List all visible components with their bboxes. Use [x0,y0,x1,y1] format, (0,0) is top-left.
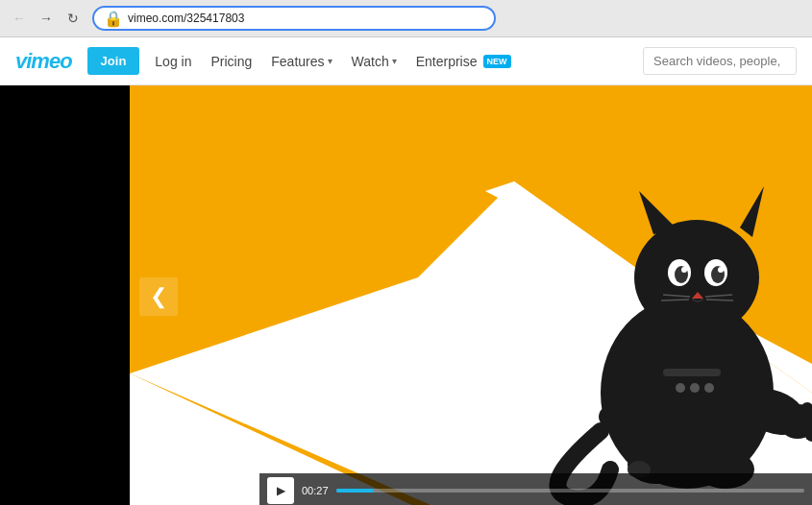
nav-enterprise[interactable]: Enterprise NEW [408,48,519,75]
back-button[interactable]: ← [8,7,31,30]
search-input[interactable] [643,47,797,75]
nav-buttons: ← → ↻ [8,7,85,30]
video-container: ❮ ▶ 00:27 [0,85,812,505]
browser-chrome: ← → ↻ 🔒 vimeo.com/325417803 [0,0,812,37]
vimeo-navbar: vimeo Join Log in Pricing Features ▾ Wat… [0,37,812,85]
vimeo-logo[interactable]: vimeo [15,49,72,74]
nav-pricing[interactable]: Pricing [203,48,259,75]
video-illustration [130,85,812,505]
enterprise-badge: NEW [483,55,511,68]
watch-chevron: ▾ [392,56,397,66]
svg-line-16 [661,300,689,301]
features-chevron: ▾ [328,56,332,66]
svg-rect-29 [663,369,721,376]
forward-button[interactable]: → [35,7,58,30]
time-display: 00:27 [302,485,329,496]
video-controls-bar: ▶ 00:27 [259,473,812,505]
svg-point-32 [704,383,714,393]
progress-bar[interactable] [336,489,804,493]
progress-bar-fill [336,489,374,493]
svg-point-5 [634,220,759,335]
join-button[interactable]: Join [87,47,140,75]
play-button[interactable]: ▶ [267,477,294,504]
svg-point-13 [718,267,724,273]
svg-line-18 [706,300,733,301]
address-bar-wrapper: 🔒 vimeo.com/325417803 [92,6,496,31]
svg-point-12 [681,267,687,273]
svg-point-30 [676,383,685,393]
video-black-panel [0,85,130,505]
nav-watch[interactable]: Watch ▾ [344,48,405,75]
lock-icon: 🔒 [104,10,123,28]
video-content-area: ❮ ▶ 00:27 [130,85,812,505]
browser-toolbar: ← → ↻ 🔒 vimeo.com/325417803 [0,0,812,36]
svg-point-31 [690,383,700,393]
nav-links: Log in Pricing Features ▾ Watch ▾ Enterp… [147,48,643,75]
refresh-button[interactable]: ↻ [62,7,85,30]
nav-login[interactable]: Log in [147,48,199,75]
prev-button[interactable]: ❮ [139,277,178,316]
nav-features[interactable]: Features ▾ [263,48,339,75]
address-text: vimeo.com/325417803 [128,12,244,25]
